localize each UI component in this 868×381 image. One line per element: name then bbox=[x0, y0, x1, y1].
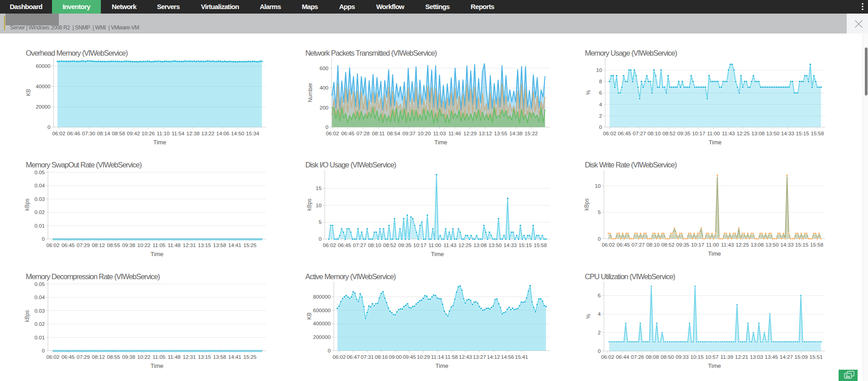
svg-text:06:02: 06:02 bbox=[326, 130, 339, 136]
svg-text:Disk Write Rate (VIWebService): Disk Write Rate (VIWebService) bbox=[585, 161, 677, 169]
svg-text:2: 2 bbox=[598, 329, 601, 335]
svg-text:600000: 600000 bbox=[313, 307, 331, 313]
svg-text:Time: Time bbox=[153, 139, 166, 146]
svg-text:40000: 40000 bbox=[36, 83, 51, 89]
svg-text:14:50: 14:50 bbox=[231, 130, 245, 136]
svg-text:0.05: 0.05 bbox=[34, 281, 45, 287]
svg-text:12:43: 12:43 bbox=[459, 354, 472, 360]
svg-text:14:41: 14:41 bbox=[228, 354, 241, 360]
svg-text:12:25: 12:25 bbox=[735, 242, 749, 248]
svg-text:07:26: 07:26 bbox=[631, 354, 644, 360]
svg-text:10: 10 bbox=[595, 183, 601, 189]
svg-text:Memory Decompression Rate (VIW: Memory Decompression Rate (VIWebService) bbox=[26, 272, 160, 281]
svg-text:15:22: 15:22 bbox=[525, 130, 538, 136]
svg-text:60000: 60000 bbox=[36, 63, 51, 69]
svg-text:2: 2 bbox=[599, 113, 602, 119]
svg-text:08:10: 08:10 bbox=[648, 130, 661, 136]
svg-text:0.03: 0.03 bbox=[34, 308, 45, 314]
svg-text:08:52: 08:52 bbox=[662, 130, 675, 136]
svg-text:14:27: 14:27 bbox=[780, 354, 793, 360]
svg-text:15:51: 15:51 bbox=[809, 354, 822, 360]
svg-text:07:27: 07:27 bbox=[633, 130, 646, 136]
svg-text:07:29: 07:29 bbox=[76, 242, 90, 248]
svg-text:06:02: 06:02 bbox=[602, 242, 615, 248]
svg-text:08:52: 08:52 bbox=[383, 242, 396, 248]
svg-text:0.05: 0.05 bbox=[34, 169, 45, 175]
svg-text:15:09: 15:09 bbox=[795, 354, 808, 360]
svg-text:06:45: 06:45 bbox=[338, 242, 351, 248]
svg-text:06:46: 06:46 bbox=[67, 130, 80, 136]
svg-text:14:33: 14:33 bbox=[503, 242, 517, 248]
svg-text:14:06: 14:06 bbox=[216, 130, 229, 136]
svg-text:Time: Time bbox=[708, 250, 721, 257]
svg-text:14:33: 14:33 bbox=[781, 130, 794, 136]
svg-text:kBps: kBps bbox=[24, 310, 30, 322]
svg-text:12:25: 12:25 bbox=[736, 130, 750, 136]
svg-text:09:00: 09:00 bbox=[389, 354, 402, 360]
svg-text:06:02: 06:02 bbox=[332, 354, 346, 360]
svg-text:0: 0 bbox=[42, 236, 45, 242]
svg-text:11:05: 11:05 bbox=[152, 354, 166, 360]
svg-text:0: 0 bbox=[598, 236, 601, 242]
svg-text:08:12: 08:12 bbox=[92, 242, 105, 248]
svg-text:13:15: 13:15 bbox=[198, 242, 211, 248]
svg-text:800000: 800000 bbox=[313, 294, 331, 300]
svg-text:13:50: 13:50 bbox=[489, 242, 502, 248]
svg-text:14:41: 14:41 bbox=[228, 242, 241, 248]
svg-text:%: % bbox=[585, 90, 592, 95]
svg-text:08:58: 08:58 bbox=[112, 130, 125, 136]
svg-text:13:55: 13:55 bbox=[494, 130, 508, 136]
svg-text:09:37: 09:37 bbox=[402, 130, 415, 136]
svg-text:10: 10 bbox=[316, 202, 322, 208]
svg-text:06:02: 06:02 bbox=[603, 130, 616, 136]
svg-text:0: 0 bbox=[325, 124, 328, 130]
svg-text:15:15: 15:15 bbox=[519, 242, 532, 248]
svg-text:400: 400 bbox=[319, 85, 328, 90]
svg-text:08:10: 08:10 bbox=[368, 242, 382, 248]
svg-text:Time: Time bbox=[431, 251, 444, 257]
svg-text:08:08: 08:08 bbox=[646, 354, 659, 360]
svg-text:200000: 200000 bbox=[313, 334, 331, 340]
svg-text:0: 0 bbox=[47, 124, 51, 130]
svg-text:14:56: 14:56 bbox=[501, 354, 514, 360]
svg-text:0: 0 bbox=[327, 348, 331, 353]
svg-text:10:22: 10:22 bbox=[137, 242, 150, 248]
svg-text:12:21: 12:21 bbox=[735, 354, 748, 360]
svg-text:08:50: 08:50 bbox=[660, 354, 674, 360]
svg-text:09:38: 09:38 bbox=[122, 242, 135, 248]
svg-text:0.01: 0.01 bbox=[34, 223, 45, 229]
svg-text:11:48: 11:48 bbox=[168, 354, 180, 360]
svg-text:08:12: 08:12 bbox=[92, 354, 105, 360]
svg-text:0: 0 bbox=[598, 348, 601, 354]
svg-text:KB: KB bbox=[306, 312, 313, 319]
svg-text:09:33: 09:33 bbox=[675, 354, 688, 360]
svg-text:Memory Usage (VIWebService): Memory Usage (VIWebService) bbox=[585, 49, 677, 57]
svg-text:06:45: 06:45 bbox=[618, 130, 631, 136]
svg-text:15:15: 15:15 bbox=[795, 242, 809, 248]
svg-text:08:52: 08:52 bbox=[661, 242, 674, 248]
svg-text:Time: Time bbox=[151, 251, 163, 257]
svg-text:09:38: 09:38 bbox=[122, 354, 135, 360]
svg-text:15:58: 15:58 bbox=[811, 130, 824, 136]
svg-text:15:25: 15:25 bbox=[243, 242, 257, 248]
svg-text:kBps: kBps bbox=[306, 199, 313, 211]
svg-text:06:45: 06:45 bbox=[62, 354, 75, 360]
svg-text:15:15: 15:15 bbox=[796, 130, 810, 136]
svg-text:13:08: 13:08 bbox=[750, 242, 764, 248]
svg-text:06:02: 06:02 bbox=[52, 130, 65, 136]
svg-text:200: 200 bbox=[319, 105, 328, 110]
svg-text:0.01: 0.01 bbox=[34, 334, 45, 340]
svg-text:08:55: 08:55 bbox=[107, 242, 120, 248]
svg-text:11:10: 11:10 bbox=[157, 130, 170, 136]
svg-text:20000: 20000 bbox=[36, 104, 51, 110]
svg-text:15:25: 15:25 bbox=[243, 354, 257, 360]
svg-text:06:02: 06:02 bbox=[601, 354, 614, 360]
svg-text:10:57: 10:57 bbox=[705, 354, 718, 360]
svg-text:4: 4 bbox=[598, 311, 601, 317]
svg-text:11:43: 11:43 bbox=[444, 242, 456, 248]
svg-text:13:12: 13:12 bbox=[479, 130, 492, 136]
svg-text:13:03: 13:03 bbox=[750, 354, 763, 360]
svg-text:15:58: 15:58 bbox=[810, 242, 823, 248]
svg-text:Active Memory (VIWebService): Active Memory (VIWebService) bbox=[305, 272, 396, 281]
svg-text:Time: Time bbox=[434, 139, 447, 146]
